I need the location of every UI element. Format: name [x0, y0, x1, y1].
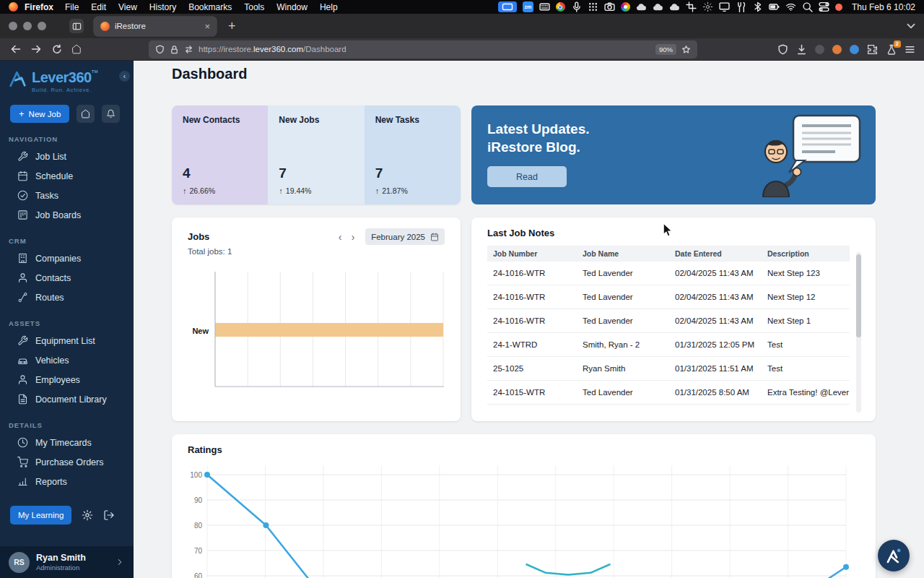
sidebar-item-vehicles[interactable]: Vehicles [0, 350, 134, 370]
display-icon[interactable] [719, 1, 730, 12]
keyboard-icon[interactable] [539, 1, 550, 12]
new-job-button[interactable]: +New Job [10, 105, 69, 123]
wifi-icon[interactable] [785, 1, 796, 12]
sidebar-item-employees[interactable]: Employees [0, 370, 134, 389]
search-icon[interactable] [802, 1, 813, 12]
download-icon[interactable] [796, 44, 807, 55]
photos-icon[interactable] [621, 2, 630, 12]
settings-gear-icon[interactable] [82, 509, 93, 521]
zoom-window-button[interactable] [38, 22, 46, 30]
back-button[interactable] [7, 40, 25, 58]
cloud-icon-3[interactable] [669, 1, 680, 12]
chrome-icon[interactable] [556, 2, 565, 12]
launchpad-icon[interactable] [588, 1, 598, 12]
table-row[interactable]: 24-1016-WTRTed Lavender02/04/2025 11:43 … [487, 285, 850, 309]
control-center-icon[interactable] [819, 1, 829, 12]
close-window-button[interactable] [9, 22, 17, 30]
prev-month-button[interactable]: ‹ [334, 230, 346, 243]
menu-window[interactable]: Window [276, 2, 308, 12]
sidebar-item-reports[interactable]: Reports [0, 472, 134, 491]
menu-history[interactable]: History [149, 2, 176, 12]
sidebar-item-job-boards[interactable]: Job Boards [0, 205, 134, 225]
table-row[interactable]: 24-1016-WTRTed Lavender02/04/2025 11:43 … [487, 262, 850, 285]
sidebar-item-tasks[interactable]: Tasks [0, 186, 134, 205]
minimize-window-button[interactable] [23, 22, 32, 30]
utensils-icon[interactable] [736, 1, 746, 12]
mic-icon[interactable] [571, 1, 582, 12]
table-row[interactable]: 24-1-WTRDSmith, Ryan - 201/31/2025 12:05… [487, 333, 850, 357]
url-text[interactable]: https://irestore.lever360.com/Dashboard [199, 45, 650, 53]
sidebar-collapse-button[interactable]: ‹ [119, 71, 130, 82]
stat-card-new-tasks[interactable]: New Tasks 7 ↑21.87% [365, 105, 461, 204]
cloud-icon-2[interactable] [653, 1, 663, 12]
menu-tools[interactable]: Tools [244, 2, 264, 12]
bookmark-star-icon[interactable] [681, 45, 691, 54]
translate-icon[interactable] [184, 45, 193, 54]
shield-icon[interactable] [155, 45, 165, 54]
table-row[interactable]: 24-1016-WTRTed Lavender02/04/2025 11:43 … [487, 309, 850, 333]
chevron-right-icon[interactable] [115, 557, 125, 567]
gear-icon[interactable] [702, 1, 713, 12]
menubar-clock[interactable]: Thu Feb 6 10:02 [852, 2, 915, 12]
table-row[interactable]: 25-1025Ryan Smith01/31/2025 11:51 AMTest [487, 357, 850, 381]
new-tab-button[interactable]: + [228, 20, 236, 33]
zoom-app-icon[interactable]: zm [523, 1, 533, 12]
crop-icon[interactable] [686, 1, 697, 12]
sidebar-item-job-list[interactable]: Job List [0, 147, 134, 166]
sidebar-item-schedule[interactable]: Schedule [0, 166, 134, 186]
sidebar-item-my-timecards[interactable]: My Timecards [0, 433, 134, 452]
extension-icon-dark[interactable] [815, 45, 824, 54]
column-header[interactable]: Job Number [487, 246, 577, 262]
sidebar-item-routes[interactable]: Routes [0, 288, 134, 307]
camera-icon[interactable] [604, 1, 615, 12]
sidebar-item-companies[interactable]: Companies [0, 249, 134, 268]
scrollbar-thumb[interactable] [856, 254, 861, 337]
sidebar-item-contacts[interactable]: Contacts [0, 268, 134, 288]
menu-bookmarks[interactable]: Bookmarks [188, 2, 232, 12]
bluetooth-icon[interactable] [752, 1, 763, 12]
column-header[interactable]: Date Entered [669, 246, 762, 262]
home-shortcut-icon[interactable] [77, 105, 95, 123]
record-indicator-icon[interactable] [835, 4, 842, 11]
sidebar-item-purchase-orders[interactable]: Purchase Orders [0, 452, 134, 472]
stat-card-new-jobs[interactable]: New Jobs 7 ↑19.44% [268, 105, 364, 204]
sidebar-item-equipment-list[interactable]: Equipment List [0, 331, 134, 350]
reload-button[interactable] [48, 40, 65, 58]
tab-irestore[interactable]: iRestore × [94, 17, 217, 36]
table-row[interactable]: 24-1015-WTRTed Lavender01/31/2025 8:50 A… [487, 381, 850, 405]
next-month-button[interactable]: › [346, 230, 359, 243]
screen-share-icon[interactable] [498, 1, 517, 12]
extension-icon-blue[interactable] [850, 45, 859, 54]
containers-icon[interactable]: 2 [886, 44, 897, 55]
address-bar[interactable]: https://irestore.lever360.com/Dashboard … [149, 40, 697, 59]
table-scrollbar[interactable] [856, 252, 861, 413]
battery-icon[interactable] [769, 1, 780, 12]
stat-card-new-contacts[interactable]: New Contacts 4 ↑26.66% [172, 105, 268, 204]
menu-app-name[interactable]: Firefox [25, 2, 53, 12]
notifications-bell-icon[interactable] [102, 105, 120, 123]
tab-close-icon[interactable]: × [204, 22, 210, 31]
month-picker[interactable]: February 2025 [365, 228, 445, 245]
menu-hamburger-icon[interactable] [905, 44, 915, 55]
permissions-shield-icon[interactable] [777, 44, 788, 55]
sign-out-icon[interactable] [103, 509, 115, 521]
menu-help[interactable]: Help [320, 2, 338, 12]
menu-view[interactable]: View [118, 2, 137, 12]
list-tabs-icon[interactable] [905, 20, 917, 32]
forward-button[interactable] [27, 40, 45, 58]
lock-icon[interactable] [170, 45, 179, 54]
firefox-view-icon[interactable] [69, 19, 84, 33]
help-chat-button[interactable] [878, 540, 910, 571]
column-header[interactable]: Job Name [577, 246, 669, 262]
cloud-icon-1[interactable] [636, 1, 647, 12]
menu-edit[interactable]: Edit [91, 2, 106, 12]
zoom-level-badge[interactable]: 90% [655, 44, 676, 55]
user-profile[interactable]: RS Ryan Smith Administration [0, 546, 134, 578]
my-learning-button[interactable]: My Learning [10, 506, 71, 525]
home-button[interactable] [68, 40, 85, 58]
read-button[interactable]: Read [487, 166, 567, 187]
menu-file[interactable]: File [65, 2, 79, 12]
puzzle-extensions-icon[interactable] [867, 44, 878, 55]
extension-icon-orange[interactable] [832, 45, 842, 54]
sidebar-item-document-library[interactable]: Document Library [0, 389, 134, 409]
